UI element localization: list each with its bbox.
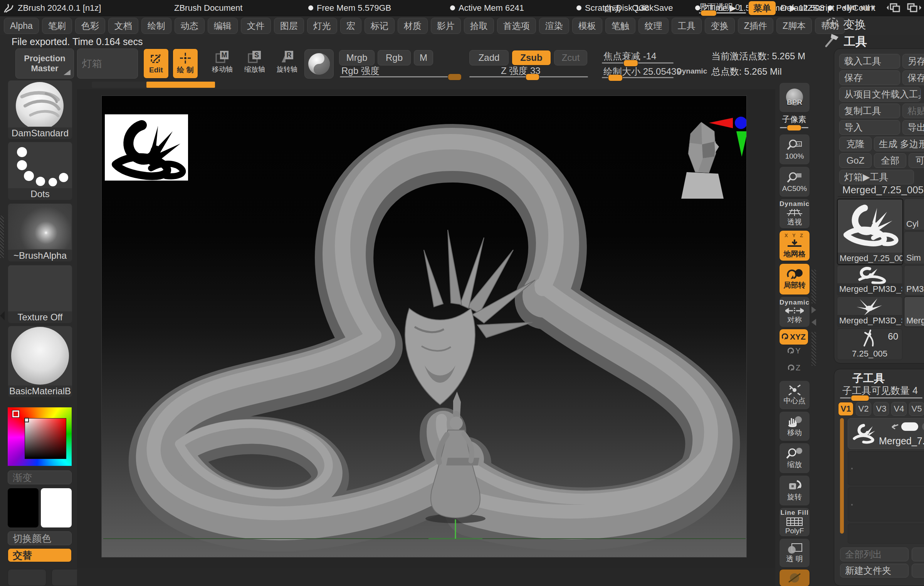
doc-scrollbar-thumb[interactable] [146, 82, 215, 88]
subtool-eye-dim-icon[interactable] [922, 422, 924, 431]
menu-toggle-button[interactable]: 菜单 [748, 1, 776, 15]
rgb-intensity-slider[interactable] [340, 76, 459, 77]
menu-item[interactable]: 文件 [241, 18, 271, 34]
goz-button[interactable]: GoZ [839, 153, 872, 168]
rotate-xyz-button[interactable]: XYZ [779, 329, 808, 345]
transparent-button[interactable]: 透 明 [779, 538, 810, 568]
tool-thumb[interactable]: Merged_PM3D_S [837, 265, 902, 295]
subtool-tab-v5[interactable]: V5 [909, 402, 924, 416]
menu-item[interactable]: 笔刷 [42, 18, 72, 34]
menu-item[interactable]: 宏 [340, 18, 361, 34]
current-material-button[interactable] [304, 49, 334, 79]
goz-visible-button[interactable]: 可见 [909, 153, 924, 168]
menu-item[interactable]: 编辑 [208, 18, 238, 34]
draw-size-slider[interactable] [602, 77, 674, 78]
tool-thumb[interactable]: Merge [904, 296, 924, 327]
move-axis-button[interactable]: M 移动轴 [208, 49, 237, 79]
clone-button[interactable]: 克隆 [839, 137, 872, 151]
draw-size-handle[interactable] [608, 74, 623, 81]
rotate-canvas-button[interactable]: 旋转 [779, 475, 810, 506]
local-transform-button[interactable]: 局部转 [779, 263, 810, 295]
menu-item[interactable]: 材质 [398, 18, 428, 34]
subtool-visible-count-slider[interactable] [840, 397, 922, 398]
menu-item[interactable]: 色彩 [75, 18, 105, 34]
tool-thumb-selected[interactable]: Merged_7.25_00 [837, 199, 903, 265]
subtool-scrollbar[interactable] [840, 418, 844, 534]
move-canvas-button[interactable]: 移动 [779, 411, 810, 441]
dynamic-toggle[interactable]: Dynamic [677, 67, 707, 75]
rotate-y-button[interactable]: Y [779, 347, 809, 355]
ac50-button[interactable]: AC50% [779, 166, 810, 197]
menu-item[interactable]: 模板 [572, 18, 602, 34]
switch-color-button[interactable]: 切换颜色 [8, 531, 72, 545]
scale-axis-button[interactable]: S 缩放轴 [240, 49, 269, 79]
z-intensity-handle[interactable] [526, 74, 539, 80]
tool-palette-header[interactable]: 工具 [844, 34, 867, 50]
subtool-redo-button[interactable] [912, 564, 924, 578]
menu-item-tool[interactable]: 工具 [672, 18, 702, 34]
mrgb-button[interactable]: Mrgb [339, 50, 375, 65]
center-point-button[interactable]: 中心点 [779, 380, 810, 410]
m-button[interactable]: M [414, 50, 433, 65]
menu-item[interactable]: 标记 [365, 18, 395, 34]
menu-item[interactable]: 绘制 [141, 18, 171, 34]
rgb-intensity-handle[interactable] [448, 74, 462, 80]
perspective-button[interactable]: Dynamic 透视 [779, 199, 810, 229]
rotate-axis-button[interactable]: R 旋转轴 [273, 49, 301, 79]
current-material-swatch[interactable]: BasicMaterialB [8, 326, 72, 397]
subtool-tab-v1[interactable]: V1 [838, 402, 853, 416]
ghost-button[interactable] [779, 569, 810, 586]
zcut-button[interactable]: Zcut [554, 50, 587, 65]
subtool-visible-eye-icon[interactable] [901, 422, 918, 431]
rotate-z-button[interactable]: Z [779, 363, 809, 372]
secondary-color-swatch[interactable] [41, 488, 72, 527]
zscript-name[interactable]: DefaultZScript [781, 3, 834, 13]
menu-item[interactable]: 首选项 [497, 18, 536, 34]
menu-item[interactable]: 灯光 [307, 18, 337, 34]
menu-item[interactable]: 拾取 [464, 18, 494, 34]
alternate-button[interactable]: 交替 [8, 548, 72, 562]
sculpt-model[interactable] [102, 96, 747, 558]
tool-thumb[interactable]: PM3D [904, 265, 924, 295]
tool-thumb[interactable]: 7.25_005 60 [837, 328, 902, 360]
polyframe-button[interactable]: Line Fill PolyF [779, 507, 810, 537]
subtool-tab-v4[interactable]: V4 [891, 402, 907, 416]
subtool-header[interactable]: 子工具 [852, 371, 885, 386]
left-collapse-arrow-icon[interactable] [0, 311, 5, 320]
z-intensity-slider[interactable] [469, 76, 588, 77]
auto-toggle[interactable]: 自动 [604, 3, 621, 15]
list-all-button[interactable]: 全部列出 [840, 547, 909, 561]
color-picker[interactable] [8, 407, 72, 466]
tool-palette-icon[interactable] [823, 33, 839, 48]
lightbox-tool-button[interactable]: 灯箱▶工具 [839, 170, 914, 184]
paste-tool-button[interactable]: 粘贴工具 [902, 104, 924, 118]
main-color-swatch[interactable] [8, 488, 39, 527]
menu-item[interactable]: 纹理 [638, 18, 669, 34]
save-as-button[interactable]: 另存为 [902, 54, 924, 69]
floor-grid-button[interactable]: X Y Z 地网格 [779, 230, 810, 261]
shelf-collapse-icon[interactable] [811, 319, 816, 326]
subtool-tab-v3[interactable]: V3 [874, 402, 889, 416]
rgb-button[interactable]: Rgb [378, 50, 411, 65]
camera-head-gizmo[interactable] [681, 122, 724, 199]
tool-thumb[interactable]: Sim [904, 231, 924, 264]
shelf-scroll-texture[interactable] [811, 270, 816, 303]
subpixel-handle[interactable] [787, 125, 801, 131]
new-folder-button[interactable]: 新建文件夹 [840, 564, 909, 578]
menu-item[interactable]: 变换 [705, 18, 735, 34]
sv-square[interactable] [25, 418, 66, 459]
focal-shift-slider[interactable] [602, 62, 674, 64]
shelf-scroll-texture[interactable] [811, 332, 816, 366]
zsub-button[interactable]: Zsub [512, 50, 551, 65]
menu-item[interactable]: Z脚本 [776, 18, 812, 34]
import-button[interactable]: 导入 [839, 120, 900, 135]
zscript-forward-icon[interactable] [860, 3, 877, 12]
ui-opacity-slider[interactable] [699, 12, 746, 13]
current-brush-swatch[interactable]: DamStandard [8, 80, 72, 139]
subtool-empty-row[interactable] [848, 487, 924, 521]
gradient-button[interactable]: 渐变 [8, 470, 72, 484]
load-tool-button[interactable]: 载入工具 [839, 54, 900, 69]
hue-cursor[interactable] [12, 410, 19, 417]
subtool-flick-arrow-icon[interactable] [889, 423, 899, 430]
current-texture-swatch[interactable]: Texture Off [8, 265, 72, 323]
